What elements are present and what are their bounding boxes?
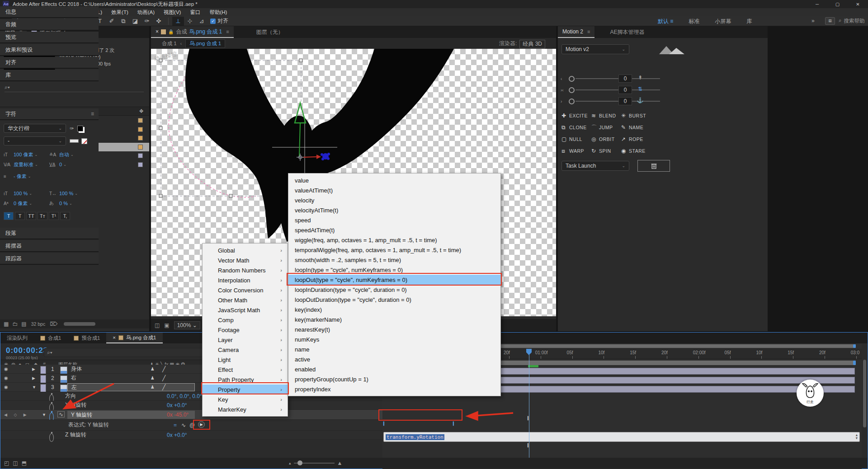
property-row[interactable]: X 轴旋转0x +0.0° — [0, 401, 382, 410]
expression-category[interactable]: Camera› — [203, 345, 288, 355]
tsume-control[interactable]: あ0 %⌄ — [49, 200, 95, 206]
baseline-shift-control[interactable]: Aª0 像素⌄ — [4, 200, 49, 207]
expression-menu-item[interactable]: speedAtTime(t) — [288, 225, 500, 235]
motion-button-null[interactable]: ▢NULL — [561, 135, 590, 144]
menu-item[interactable]: 效果(T) — [107, 9, 133, 16]
motion-button-jump[interactable]: ⌒JUMP — [591, 123, 620, 132]
motion-preset-dropdown[interactable]: Motion v2⌄ — [561, 44, 629, 54]
label-color-swatch[interactable] — [138, 127, 143, 132]
leading-control[interactable]: ≙A自动⌄ — [49, 151, 95, 158]
expression-menu-item[interactable]: speed — [288, 215, 500, 225]
snap-toggle[interactable]: ✓ 对齐 — [210, 17, 228, 25]
motion-button-clone[interactable]: ⧉CLONE — [561, 123, 590, 132]
layer-name[interactable]: 身体 — [71, 365, 82, 373]
slider-track[interactable] — [576, 101, 660, 102]
expression-menu-item[interactable]: name — [288, 344, 500, 354]
property-row[interactable]: 表达式: Y 轴旋转=∿@▶ — [0, 420, 382, 431]
magnification-icon[interactable]: ▣ — [164, 322, 169, 328]
panel-menu-icon[interactable]: ≡ — [226, 29, 229, 34]
property-value[interactable]: 0x +0.0° — [167, 431, 187, 439]
selected-keyframe-icon[interactable]: Ⅰ — [453, 420, 454, 427]
motion-button-stare[interactable]: ◉STARE — [621, 146, 650, 155]
font-style-button[interactable]: T — [15, 212, 25, 220]
menu-item[interactable]: 帮助(H) — [205, 9, 231, 16]
slider-knob[interactable] — [569, 76, 575, 82]
layer-visibility-toggle[interactable]: ◉ — [4, 365, 8, 373]
layer-visibility-toggle[interactable]: ◉ — [4, 374, 8, 382]
dock-panel-4[interactable]: 对齐 — [0, 57, 99, 69]
navigator-end-handle[interactable] — [853, 344, 856, 348]
expression-menu-item[interactable]: nearestKey(t) — [288, 324, 500, 334]
maximize-button[interactable]: ▢ — [827, 0, 848, 8]
slider-knob[interactable] — [569, 87, 575, 93]
slider-track[interactable] — [576, 78, 660, 79]
dock-panel-摇摆器[interactable]: 摇摆器 — [0, 240, 99, 252]
eraser-tool[interactable]: ◪ — [129, 17, 141, 26]
project-search-input[interactable]: ⌕▾ — [5, 84, 144, 92]
workspace-默认[interactable]: 默认 ≡ — [658, 18, 673, 25]
slider-side-icon[interactable]: ⇅ — [636, 86, 645, 92]
workspace-bar-icon[interactable]: ⊞ — [825, 17, 835, 25]
slider-track[interactable] — [576, 89, 660, 90]
layer-quality-switch[interactable]: ♟ — [151, 374, 155, 382]
property-row[interactable]: ◀ ◇ ▶▼∿Y 轴旋转0x -45.0° — [0, 410, 382, 420]
work-area-end[interactable] — [853, 361, 856, 365]
property-name[interactable]: 方向 — [65, 392, 76, 400]
expression-enable-icon[interactable]: = — [174, 420, 177, 430]
stroke-color-swatch[interactable] — [81, 138, 87, 144]
motion-button-orbit[interactable]: ◎ORBIT — [591, 135, 620, 144]
motion-button-blend[interactable]: ≋BLEND — [591, 111, 620, 120]
label-color-swatch[interactable] — [138, 145, 143, 150]
expression-menu-item[interactable]: value — [288, 175, 500, 185]
graph-editor-icon[interactable]: ∿ — [57, 411, 65, 417]
expression-menu-item[interactable]: key(index) — [288, 305, 500, 314]
expression-menu-item[interactable]: smooth(width = .2, samples = 5, t = time… — [288, 255, 500, 265]
expression-menu-item[interactable]: valueAtTime(t) — [288, 185, 500, 195]
motion-button-name[interactable]: ✎NAME — [621, 123, 650, 132]
trash-icon[interactable]: ⌦ — [50, 321, 57, 327]
expression-menu-item[interactable]: numKeys — [288, 334, 500, 344]
layer-expander[interactable]: ▶ — [32, 365, 35, 373]
task-launch-dropdown[interactable]: Task Launch⌄ — [561, 161, 629, 171]
layer-quality-switch[interactable]: ♟ — [151, 365, 155, 373]
expression-field-spinner[interactable]: ▲▼ — [856, 434, 858, 440]
zoom-slider-thumb[interactable] — [297, 460, 302, 465]
dock-panel-3[interactable]: 效果和预设 — [0, 44, 99, 56]
layer-visibility-toggle[interactable]: ◉ — [4, 383, 8, 391]
expression-category[interactable]: Random Numbers› — [203, 265, 288, 275]
dock-panel-character[interactable]: 字符≡ — [0, 108, 99, 120]
expression-menu-item[interactable]: wiggle(freq, amp, octaves = 1, amp_mult … — [288, 235, 500, 245]
expression-category[interactable]: Key› — [203, 394, 288, 404]
layer-name[interactable]: 左 — [67, 383, 195, 391]
zoom-out-mountain-icon[interactable]: ▴ — [289, 461, 291, 465]
layer-expander[interactable]: ▶ — [32, 374, 35, 382]
slider-side-icon[interactable]: ↟ — [636, 75, 645, 81]
clone-stamp-tool[interactable]: ⧉ — [118, 17, 129, 26]
expression-category[interactable]: Global› — [203, 245, 288, 255]
property-value[interactable]: 0.0°, 0.0°, 0.0° — [167, 392, 202, 400]
local-axis-mode[interactable]: ⊥ — [172, 17, 184, 26]
world-axis-mode[interactable]: ⊹ — [184, 17, 196, 26]
font-size-control[interactable]: ıT100 像素⌄ — [4, 151, 49, 158]
new-folder-icon[interactable]: 🗀 — [12, 321, 18, 327]
property-value[interactable]: 0x -45.0° — [167, 410, 189, 419]
stopwatch-icon[interactable] — [49, 433, 54, 442]
renderer-control[interactable]: 渲染器: 经典 3D — [499, 40, 545, 48]
expression-menu-item[interactable]: enabled — [288, 364, 500, 374]
breadcrumb-comp1[interactable]: 合成 1 — [162, 40, 177, 47]
expression-category[interactable]: Effect› — [203, 365, 288, 375]
expression-category[interactable]: JavaScript Math› — [203, 305, 288, 315]
property-expander[interactable]: ▼ — [42, 410, 46, 419]
horizontal-scale-control[interactable]: T↔100 %⌄ — [49, 191, 95, 196]
slider-value-input[interactable]: 0 — [618, 97, 632, 105]
tab-ae-script-manager[interactable]: AE脚本管理器 — [605, 26, 649, 38]
font-style-button[interactable]: T, — [60, 212, 70, 220]
puppet-pin-tool[interactable]: ✜ — [153, 17, 165, 26]
expression-menu-item[interactable]: temporalWiggle(freq, amp, octaves = 1, a… — [288, 245, 500, 255]
dock-panel-段落[interactable]: 段落 — [0, 228, 99, 239]
expression-category[interactable]: Color Conversion› — [203, 285, 288, 295]
font-style-button[interactable]: Tт — [38, 212, 47, 220]
menu-item[interactable]: 视图(V) — [159, 9, 185, 16]
interpret-footage-icon[interactable]: ▦ — [4, 321, 9, 327]
font-style-button[interactable]: T¹ — [49, 212, 59, 220]
